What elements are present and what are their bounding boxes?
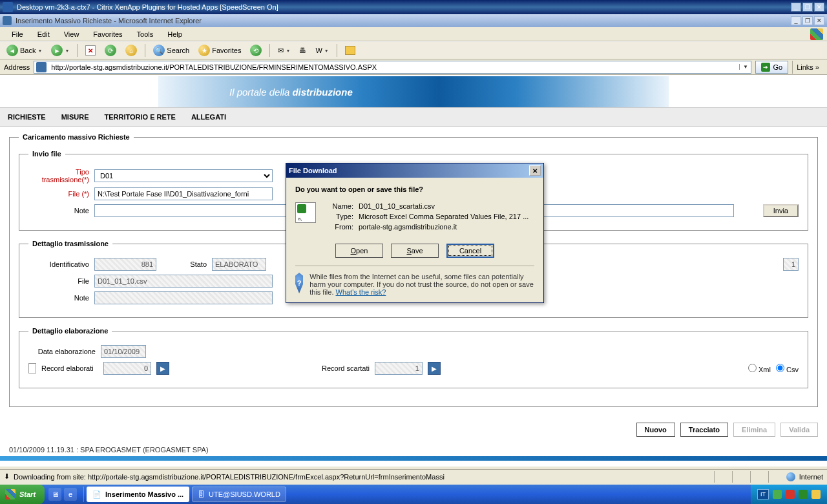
edit-page-button[interactable]: W ▼ <box>313 43 331 58</box>
file-input[interactable] <box>94 187 273 200</box>
links-bar[interactable]: Links » <box>792 61 823 74</box>
url-dropdown-icon[interactable]: ▼ <box>739 64 751 70</box>
rec-elab-value <box>103 362 151 375</box>
home-button[interactable]: ⌂ <box>123 43 140 58</box>
system-tray: IT <box>751 485 827 504</box>
restore-button[interactable]: ❐ <box>802 3 813 12</box>
toolbar-separator <box>145 44 145 57</box>
refresh-icon: ⟳ <box>105 45 116 56</box>
tray-icon[interactable] <box>799 490 808 499</box>
banner: Il portale della distribuzione <box>158 76 669 107</box>
tracciato-button[interactable]: Tracciato <box>680 423 728 437</box>
menu-favorites[interactable]: Favorites <box>87 29 129 39</box>
id-label: Identificativo <box>28 260 89 268</box>
ie-icon <box>3 16 12 25</box>
risk-link[interactable]: What's the risk? <box>336 288 386 296</box>
home-icon: ⌂ <box>125 45 137 56</box>
windows-flag-icon <box>810 28 823 40</box>
folder-icon <box>345 46 355 55</box>
from-key: From: <box>324 223 353 231</box>
ie-title: Inserimento Massivo Richieste - Microsof… <box>16 17 202 25</box>
legend-elab: Dettaglio elaborazione <box>28 327 112 335</box>
history-button[interactable]: ⟲ <box>247 43 264 58</box>
url-input[interactable] <box>48 63 739 71</box>
cancel-button[interactable]: Cancel <box>446 244 494 258</box>
ie-restore-button[interactable]: ❐ <box>802 16 813 25</box>
ie-minimize-button[interactable]: _ <box>791 16 801 25</box>
id-value <box>94 258 156 271</box>
start-button[interactable]: Start <box>0 485 45 504</box>
tray-icon[interactable] <box>773 490 782 499</box>
invia-button[interactable]: Invia <box>763 204 799 217</box>
data-elab-value <box>101 345 146 358</box>
tab-misure[interactable]: MISURE <box>61 113 89 121</box>
menu-tools[interactable]: Tools <box>131 29 160 39</box>
language-indicator[interactable]: IT <box>757 489 769 499</box>
refresh-button[interactable]: ⟳ <box>102 43 119 58</box>
tipo-label: Tipo trasmissione(*) <box>28 168 89 184</box>
nuovo-button[interactable]: Nuovo <box>636 423 675 437</box>
dialog-question: Do you want to open or save this file? <box>295 185 534 193</box>
ql-desktop-icon[interactable]: 🖥 <box>48 488 61 501</box>
task-item-ute[interactable]: 🗄 UTE@SIUSD.WORLD <box>192 487 286 502</box>
menu-view[interactable]: View <box>58 29 86 39</box>
det-file-label: File <box>28 277 89 285</box>
name-value: D01_01_10_scartati.csv <box>359 202 435 210</box>
minimize-button[interactable]: _ <box>791 3 801 12</box>
dialog-close-button[interactable]: ✕ <box>529 165 541 176</box>
tab-territorio[interactable]: TERRITORIO E RETE <box>104 113 175 121</box>
addressbar: Address ▼ ➔ Go Links » <box>0 59 827 75</box>
close-button[interactable]: ✕ <box>814 3 824 12</box>
menubar: File Edit View Favorites Tools Help <box>0 27 827 41</box>
ie-titlebar: Inserimento Massivo Richieste - Microsof… <box>0 14 827 27</box>
forward-button[interactable]: ► ▼ <box>48 43 72 58</box>
address-label: Address <box>4 63 30 71</box>
fieldset-elaborazione: Dettaglio elaborazione Data elaborazione… <box>19 327 808 388</box>
rec-scart-go-button[interactable]: ▶ <box>428 362 441 375</box>
toolbar-separator <box>77 44 78 57</box>
fmt-csv-radio[interactable]: Csv <box>776 364 799 373</box>
tab-richieste[interactable]: RICHIESTE <box>8 113 46 121</box>
tipo-select[interactable]: D01 <box>94 169 273 182</box>
legend-det-tx: Dettaglio trasmissione <box>28 240 112 247</box>
task-item-ie[interactable]: 📄 Inserimento Massivo ... <box>87 487 189 502</box>
rec-elab-go-button[interactable]: ▶ <box>156 362 169 375</box>
page-status-line: 01/10/2009 11.19.31 : SPA EROGASMET (ERO… <box>0 443 827 456</box>
menu-help[interactable]: Help <box>161 29 189 39</box>
rec-scart-label: Record scartati <box>322 364 370 372</box>
stop-button[interactable]: ✕ <box>83 43 98 58</box>
forward-dropdown-icon[interactable]: ▼ <box>65 48 69 53</box>
back-button[interactable]: ◄ Back ▼ <box>4 43 45 58</box>
open-button[interactable]: Open <box>335 244 383 258</box>
globe-icon <box>786 472 795 481</box>
fmt-xml-radio[interactable]: Xml <box>748 364 771 373</box>
tab-allegati[interactable]: ALLEGATI <box>191 113 226 121</box>
windows-logo-icon <box>5 489 16 499</box>
mail-button[interactable]: ✉ ▼ <box>275 43 293 58</box>
citrix-title: Desktop vrn-2k3-a-ctx7 - Citrix XenApp P… <box>17 3 278 11</box>
type-value: Microsoft Excel Comma Separated Values F… <box>359 213 529 220</box>
tray-icon[interactable] <box>811 490 821 499</box>
go-arrow-icon: ➔ <box>761 63 770 72</box>
search-button[interactable]: 🔍 Search <box>151 43 192 58</box>
expand-elab-icon[interactable] <box>28 363 36 373</box>
go-button[interactable]: ➔ Go <box>755 61 788 74</box>
det-file-value <box>94 275 273 288</box>
dialog-titlebar[interactable]: File Download ✕ <box>286 163 543 178</box>
history-icon: ⟲ <box>250 45 262 56</box>
menu-file[interactable]: File <box>5 29 30 39</box>
file-label: File (*) <box>28 190 89 198</box>
ie-close-button[interactable]: ✕ <box>814 16 824 25</box>
save-button[interactable]: Save <box>391 244 439 258</box>
valida-button: Valida <box>780 423 818 437</box>
favorites-button[interactable]: ★ Favorites <box>196 43 244 58</box>
url-field[interactable]: ▼ <box>34 61 751 74</box>
print-button[interactable]: 🖶 <box>297 43 309 58</box>
back-dropdown-icon[interactable]: ▼ <box>37 48 42 53</box>
tray-icon[interactable] <box>786 490 795 499</box>
file-type-icon <box>295 202 316 223</box>
ql-ie-icon[interactable]: e <box>64 488 77 501</box>
toolbar-separator <box>269 44 270 57</box>
folder-button[interactable] <box>342 43 358 58</box>
menu-edit[interactable]: Edit <box>31 29 56 39</box>
